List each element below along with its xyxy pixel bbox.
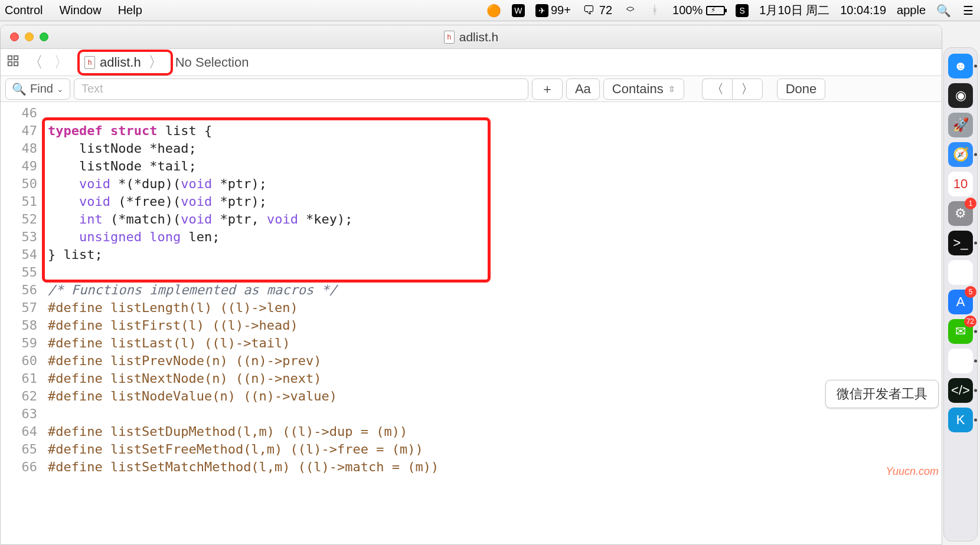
line-number: 53	[1, 228, 43, 246]
dock-app-calendar[interactable]: 10	[948, 172, 973, 196]
jump-selection[interactable]: No Selection	[173, 55, 249, 70]
code-line[interactable]: #define listNodeValue(n) ((n)->value)	[48, 388, 942, 405]
line-number: 61	[1, 370, 43, 388]
menu-extras-icon[interactable]: ☰	[961, 4, 975, 18]
chevron-right-icon: 〉	[146, 52, 166, 73]
menubar-time[interactable]: 10:04:19	[840, 4, 886, 17]
dock-app-finder[interactable]: ☻	[948, 54, 973, 78]
svg-rect-1	[14, 55, 18, 59]
code-line[interactable]: #define listLast(l) ((l)->tail)	[48, 334, 942, 352]
code-line[interactable]: #define listPrevNode(n) ((n)->prev)	[48, 352, 942, 370]
svg-rect-2	[8, 61, 12, 65]
dock-app-wechat[interactable]: ✉︎72	[948, 319, 973, 344]
code-line[interactable]: #define listSetDupMethod(l,m) ((l)->dup …	[48, 423, 942, 441]
match-mode-dropdown[interactable]: Contains ⇳	[603, 78, 684, 100]
dock-running-indicator	[974, 330, 977, 333]
line-number: 52	[1, 211, 43, 228]
code-line[interactable]: #define listSetMatchMethod(l,m) ((l)->ma…	[48, 458, 942, 476]
bluetooth-icon[interactable]: ᚼ	[648, 4, 662, 18]
dock: ☻◉🚀🧭10⚙︎1>_✿A5✉︎72◯</>K	[943, 47, 978, 541]
annotation-box-path: h adlist.h 〉	[77, 50, 173, 75]
find-scope-dropdown[interactable]: 🔍 Find ⌄	[5, 78, 70, 100]
updown-icon: ⇳	[668, 84, 675, 94]
code-line[interactable]: unsigned long len;	[48, 228, 942, 246]
line-number: 66	[1, 458, 43, 476]
nav-forward[interactable]: 〉	[51, 52, 71, 73]
dock-running-indicator	[974, 153, 977, 156]
wifi-icon[interactable]: ⌔	[623, 4, 637, 18]
menubar-user[interactable]: apple	[897, 4, 926, 17]
code-line[interactable]: typedef struct list {	[48, 122, 942, 140]
case-sensitive-toggle[interactable]: Aa	[566, 78, 600, 100]
input-method-icon[interactable]: S	[736, 4, 749, 17]
dock-app-photos[interactable]: ✿	[948, 260, 973, 285]
code-area[interactable]: 4647484950515253545556575859606162636465…	[1, 102, 942, 544]
menu-help[interactable]: Help	[118, 4, 142, 17]
line-number: 51	[1, 193, 43, 211]
file-type-icon: h	[444, 31, 455, 44]
code-line[interactable]: /* Functions implemented as macros */	[48, 281, 942, 299]
code-line[interactable]: #define listFirst(l) ((l)->head)	[48, 317, 942, 334]
window-controls	[1, 32, 48, 41]
spotlight-icon[interactable]: 🔍	[936, 4, 950, 18]
code-line[interactable]: listNode *head;	[48, 140, 942, 157]
code-line[interactable]: #define listSetFreeMethod(l,m) ((l)->fre…	[48, 441, 942, 458]
dock-tooltip: 微信开发者工具	[825, 380, 939, 408]
find-text-input[interactable]	[74, 78, 528, 100]
line-number: 59	[1, 334, 43, 352]
code-line[interactable]	[48, 104, 942, 122]
menu-control[interactable]: Control	[5, 4, 43, 17]
dock-app-settings[interactable]: ⚙︎1	[948, 201, 973, 226]
menubar-date[interactable]: 1月10日 周二	[759, 2, 829, 18]
find-prev-next: 〈 〉	[702, 78, 763, 100]
code-line[interactable]	[48, 264, 942, 281]
line-number: 58	[1, 317, 43, 334]
dock-app-chrome[interactable]: ◯	[948, 349, 973, 373]
zoom-window[interactable]	[40, 32, 48, 41]
find-prev[interactable]: 〈	[702, 78, 732, 100]
close-window[interactable]	[10, 32, 19, 41]
dock-app-terminal[interactable]: >_	[948, 231, 973, 255]
file-type-icon: h	[84, 56, 95, 69]
code-line[interactable]: void *(*dup)(void *ptr);	[48, 175, 942, 193]
jump-bar: 〈 〉 h adlist.h 〉 No Selection	[1, 49, 942, 76]
dock-app-devtool[interactable]: </>	[948, 378, 973, 403]
code-content[interactable]: typedef struct list { listNode *head; li…	[48, 102, 942, 544]
wechat-status[interactable]: 🗨︎ 72	[582, 4, 612, 18]
code-line[interactable]	[48, 405, 942, 423]
code-line[interactable]: #define listLength(l) ((l)->len)	[48, 299, 942, 317]
nav-back[interactable]: 〈	[25, 52, 45, 73]
line-number: 46	[1, 104, 43, 122]
code-line[interactable]: listNode *tail;	[48, 157, 942, 175]
svg-rect-0	[8, 55, 12, 59]
find-scope-label: Find	[30, 82, 53, 96]
line-number: 48	[1, 140, 43, 157]
find-next[interactable]: 〉	[732, 78, 763, 100]
dock-app-launchpad[interactable]: 🚀	[948, 113, 973, 137]
watermark: Yuucn.com	[886, 465, 939, 478]
dock-app-appstore[interactable]: A5	[948, 290, 973, 314]
dock-app-safari[interactable]: 🧭	[948, 142, 973, 167]
dock-running-indicator	[974, 389, 977, 392]
battery-status[interactable]: 100% ⚡︎	[672, 4, 725, 17]
menu-window[interactable]: Window	[59, 4, 101, 17]
code-line[interactable]: void (*free)(void *ptr);	[48, 193, 942, 211]
bird-status[interactable]: ✈︎ 99+	[535, 4, 571, 17]
dock-app-siri[interactable]: ◉	[948, 83, 973, 108]
code-line[interactable]: int (*match)(void *ptr, void *key);	[48, 211, 942, 228]
dock-badge: 72	[964, 316, 976, 327]
app-icon-2[interactable]: W	[512, 4, 525, 17]
code-line[interactable]: #define listNextNode(n) ((n)->next)	[48, 370, 942, 388]
dock-badge: 1	[965, 198, 976, 209]
jump-file[interactable]: adlist.h	[100, 55, 141, 70]
line-number: 62	[1, 388, 43, 405]
app-icon-1[interactable]: 🟠	[487, 4, 501, 18]
dock-app-kugou[interactable]: K	[948, 408, 973, 432]
find-done-button[interactable]: Done	[777, 78, 826, 100]
find-bar: 🔍 Find ⌄ ＋ Aa Contains ⇳ 〈 〉 Done	[1, 76, 942, 102]
minimize-window[interactable]	[25, 32, 34, 41]
related-items-icon[interactable]	[6, 54, 19, 71]
code-line[interactable]: } list;	[48, 246, 942, 264]
battery-icon: ⚡︎	[706, 6, 725, 15]
add-find-term[interactable]: ＋	[532, 78, 563, 100]
